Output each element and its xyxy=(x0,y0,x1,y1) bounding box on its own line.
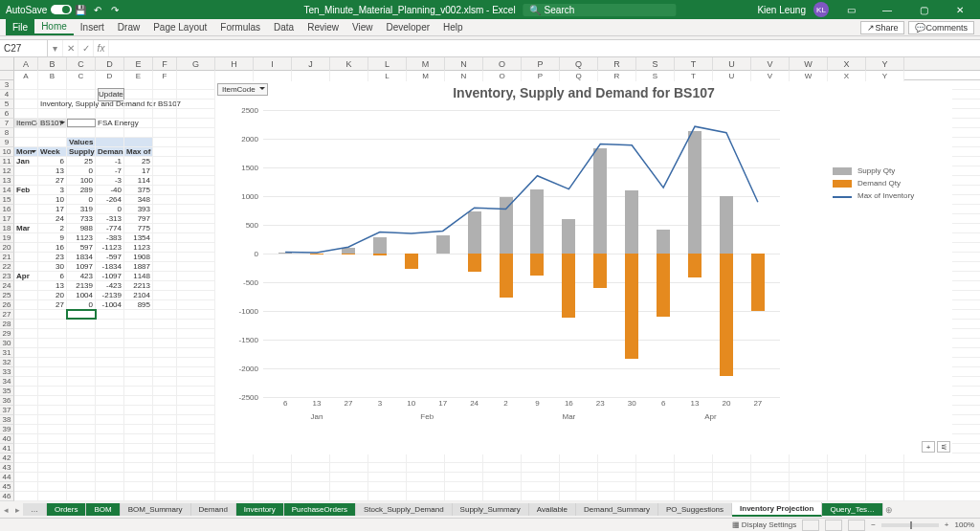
row-header-13[interactable]: 13 xyxy=(0,176,14,186)
cell-D21[interactable]: -597 xyxy=(96,253,124,261)
row-header-27[interactable]: 27 xyxy=(0,310,14,320)
sheet-tab-inventory-projection[interactable]: Inventory Projection xyxy=(732,502,822,517)
cell-C13[interactable]: 100 xyxy=(67,176,96,185)
ribbon-tab-data[interactable]: Data xyxy=(267,19,301,35)
col-header-T[interactable]: T xyxy=(675,57,713,71)
cell-D15[interactable]: -264 xyxy=(96,195,124,204)
worksheet-grid[interactable]: ABCDEFGHIJKLMNOPQRSTUVWXY ABCDEFLMNOPQRS… xyxy=(0,57,980,500)
cell-A7[interactable]: ItemCo xyxy=(14,119,38,127)
col-header-Q[interactable]: Q xyxy=(560,57,598,71)
row-header-39[interactable]: 39 xyxy=(0,425,14,434)
cell-E19[interactable]: 1354 xyxy=(124,233,153,242)
cell-D12[interactable]: -7 xyxy=(96,166,124,175)
chart-filter-icon[interactable]: ⚟ xyxy=(937,441,950,453)
new-sheet-icon[interactable]: ⊕ xyxy=(883,501,895,518)
col-header-U[interactable]: U xyxy=(713,57,751,71)
col-header-E[interactable]: E xyxy=(124,57,153,71)
col-header-L[interactable]: L xyxy=(368,57,407,71)
row-header-18[interactable]: 18 xyxy=(0,224,14,233)
cell-C11[interactable]: 25 xyxy=(67,157,96,166)
ribbon-options-icon[interactable]: ▭ xyxy=(836,0,865,19)
row-header-6[interactable]: 6 xyxy=(0,109,14,119)
cell-B20[interactable]: 16 xyxy=(38,243,67,252)
cell-D22[interactable]: -1834 xyxy=(96,262,124,271)
row-header-20[interactable]: 20 xyxy=(0,243,14,253)
row-header-10[interactable]: 10 xyxy=(0,147,14,157)
sheet-tab-demand[interactable]: Demand xyxy=(191,503,236,516)
avatar[interactable]: KL xyxy=(813,2,829,17)
col-header-F[interactable]: F xyxy=(153,57,177,71)
name-box-dropdown-icon[interactable]: ▾ xyxy=(48,40,63,56)
ribbon-tab-developer[interactable]: Developer xyxy=(379,19,436,35)
chart[interactable]: ItemCode Inventory, Supply and Demand fo… xyxy=(215,81,952,454)
cell-E26[interactable]: 895 xyxy=(124,300,153,309)
row-header-35[interactable]: 35 xyxy=(0,387,14,396)
cell-D26[interactable]: -1004 xyxy=(96,300,124,309)
undo-icon[interactable]: ↶ xyxy=(91,3,104,16)
cell-C26[interactable]: 0 xyxy=(67,300,96,309)
cancel-formula-icon[interactable]: ✕ xyxy=(63,40,78,56)
row-header-23[interactable]: 23 xyxy=(0,272,14,281)
col-header-P[interactable]: P xyxy=(522,57,560,71)
cell-D16[interactable]: 0 xyxy=(96,205,124,213)
row-header-40[interactable]: 40 xyxy=(0,434,14,444)
col-header-A[interactable]: A xyxy=(14,57,38,71)
sheet-tab--[interactable]: … xyxy=(23,503,47,516)
row-header-5[interactable]: 5 xyxy=(0,100,14,109)
ribbon-tab-home[interactable]: Home xyxy=(34,19,74,35)
col-header-K[interactable]: K xyxy=(330,57,368,71)
cell-A14[interactable]: Feb xyxy=(14,186,38,194)
legend-demand-qty[interactable]: Demand Qty xyxy=(833,179,947,188)
cell-C20[interactable]: 597 xyxy=(67,243,96,252)
cell-E23[interactable]: 1148 xyxy=(124,272,153,280)
cell-C21[interactable]: 1834 xyxy=(67,253,96,261)
minimize-icon[interactable]: — xyxy=(873,0,902,19)
sheet-tab-available[interactable]: Available xyxy=(529,503,576,516)
display-settings-button[interactable]: ▦ Display Settings xyxy=(732,520,797,529)
row-header-38[interactable]: 38 xyxy=(0,415,14,425)
search-box[interactable]: 🔍 Search xyxy=(523,4,677,16)
ribbon-tab-review[interactable]: Review xyxy=(301,19,345,35)
row-header-42[interactable]: 42 xyxy=(0,454,14,463)
cell-D24[interactable]: -423 xyxy=(96,281,124,290)
cell-E14[interactable]: 375 xyxy=(124,186,153,194)
cell-B16[interactable]: 17 xyxy=(38,205,67,213)
chart-plus-icon[interactable]: + xyxy=(922,441,935,453)
sheet-tab-supply-summary[interactable]: Supply_Summary xyxy=(453,503,529,516)
cell-B14[interactable]: 3 xyxy=(38,186,67,194)
cell-B25[interactable]: 20 xyxy=(38,291,67,299)
autosave-toggle[interactable]: AutoSave xyxy=(6,5,72,15)
cell-C9[interactable]: Values xyxy=(67,138,96,146)
cell-D20[interactable]: -1123 xyxy=(96,243,124,252)
cell-B15[interactable]: 10 xyxy=(38,195,67,204)
cell-A23[interactable]: Apr xyxy=(14,272,38,280)
cell-E12[interactable]: 17 xyxy=(124,166,153,175)
row-header-37[interactable]: 37 xyxy=(0,406,14,415)
select-all-corner[interactable] xyxy=(0,57,14,71)
sheet-tab-bom[interactable]: BOM xyxy=(86,503,120,516)
row-header-26[interactable]: 26 xyxy=(0,300,14,310)
sheet-tab-inventory[interactable]: Inventory xyxy=(236,503,284,516)
row-header-12[interactable]: 12 xyxy=(0,166,14,176)
col-header-G[interactable]: G xyxy=(177,57,215,71)
row-header-19[interactable]: 19 xyxy=(0,233,14,243)
cell-E15[interactable]: 348 xyxy=(124,195,153,204)
cell-C22[interactable]: 1097 xyxy=(67,262,96,271)
row-header-28[interactable]: 28 xyxy=(0,320,14,329)
cell-C17[interactable]: 733 xyxy=(67,214,96,223)
zoom-in-icon[interactable]: + xyxy=(945,520,949,529)
sheet-tab-demand-summary[interactable]: Demand_Summary xyxy=(576,503,658,516)
ribbon-tab-formulas[interactable]: Formulas xyxy=(213,19,267,35)
col-header-Y[interactable]: Y xyxy=(866,57,904,71)
row-header-31[interactable]: 31 xyxy=(0,348,14,358)
cell-E11[interactable]: 25 xyxy=(124,157,153,166)
cell-C15[interactable]: 0 xyxy=(67,195,96,204)
cell-E13[interactable]: 114 xyxy=(124,176,153,185)
cell-C10[interactable]: Supply Qt xyxy=(67,147,96,156)
sheet-nav-prev-icon[interactable]: ◂ xyxy=(0,501,11,518)
cell-C19[interactable]: 1123 xyxy=(67,233,96,242)
column-headers[interactable]: ABCDEFGHIJKLMNOPQRSTUVWXY xyxy=(14,57,980,71)
cell-D14[interactable]: -40 xyxy=(96,186,124,194)
share-button[interactable]: ↗ Share xyxy=(860,21,904,34)
cell-B12[interactable]: 13 xyxy=(38,166,67,175)
